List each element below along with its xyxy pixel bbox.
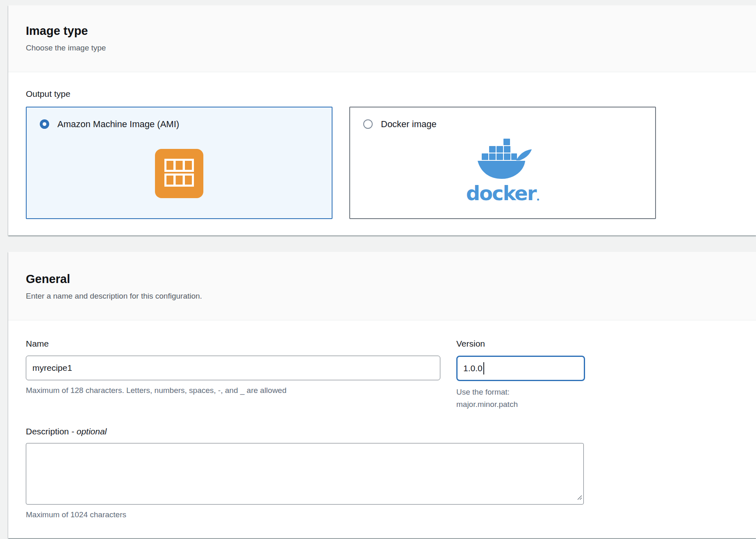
text-cursor <box>483 362 484 375</box>
image-type-card-header: Image type Choose the image type <box>8 5 756 72</box>
ami-icon-wrap <box>27 149 332 200</box>
docker-wordmark: docker <box>466 183 536 203</box>
description-label: Description - optional <box>26 426 738 437</box>
ami-grid-icon <box>155 149 203 200</box>
description-label-text: Description <box>26 427 69 436</box>
docker-whale-icon <box>468 139 537 183</box>
output-type-options: Amazon Machine Image (AMI) <box>26 107 738 219</box>
docker-logo: docker <box>350 139 655 203</box>
version-help-line2: major.minor.patch <box>456 398 585 411</box>
docker-radio-row: Docker image <box>363 119 655 130</box>
name-field-group: Name Maximum of 128 characters. Letters,… <box>26 338 440 396</box>
image-type-card-body: Output type Amazon Machine Image (AMI) <box>8 72 756 235</box>
section-gap <box>8 235 756 252</box>
ami-radio-row: Amazon Machine Image (AMI) <box>40 119 332 130</box>
page: Image type Choose the image type Output … <box>0 0 756 539</box>
general-card-body: Name Maximum of 128 characters. Letters,… <box>8 320 756 538</box>
docker-trademark-dot <box>537 199 539 201</box>
option-card-ami[interactable]: Amazon Machine Image (AMI) <box>26 107 332 219</box>
general-card: General Enter a name and description for… <box>8 252 756 538</box>
docker-option-label: Docker image <box>381 119 437 130</box>
version-label: Version <box>456 338 585 349</box>
output-type-label: Output type <box>26 89 738 99</box>
general-card-header: General Enter a name and description for… <box>8 252 756 320</box>
version-input-value: 1.0.0 <box>463 363 483 373</box>
docker-wordmark-row: docker <box>466 183 540 203</box>
ami-option-label: Amazon Machine Image (AMI) <box>57 119 179 130</box>
description-textarea[interactable] <box>26 443 584 505</box>
description-optional-label: - optional <box>71 427 107 436</box>
image-type-subtitle: Choose the image type <box>26 43 738 53</box>
textarea-resize-handle[interactable] <box>576 494 582 502</box>
general-title: General <box>26 272 738 286</box>
description-help-text: Maximum of 1024 characters <box>26 509 738 520</box>
version-help-line1: Use the format: <box>456 386 585 398</box>
name-version-row: Name Maximum of 128 characters. Letters,… <box>26 338 738 411</box>
image-type-title: Image type <box>26 23 738 38</box>
general-subtitle: Enter a name and description for this co… <box>26 291 738 301</box>
ami-radio-button[interactable] <box>40 119 49 129</box>
option-card-docker[interactable]: Docker image <box>349 107 656 219</box>
name-input[interactable] <box>26 356 440 380</box>
image-type-card: Image type Choose the image type Output … <box>8 5 756 235</box>
docker-radio-button[interactable] <box>363 119 373 129</box>
name-label: Name <box>26 338 440 349</box>
version-help-text: Use the format: major.minor.patch <box>456 386 585 411</box>
version-field-group: Version 1.0.0 Use the format: major.mino… <box>456 338 585 411</box>
version-input[interactable]: 1.0.0 <box>456 356 585 381</box>
name-help-text: Maximum of 128 characters. Letters, numb… <box>26 385 440 396</box>
description-field-group: Description - optional Maximum of 1024 c… <box>26 426 738 520</box>
description-textarea-wrap <box>26 443 584 505</box>
